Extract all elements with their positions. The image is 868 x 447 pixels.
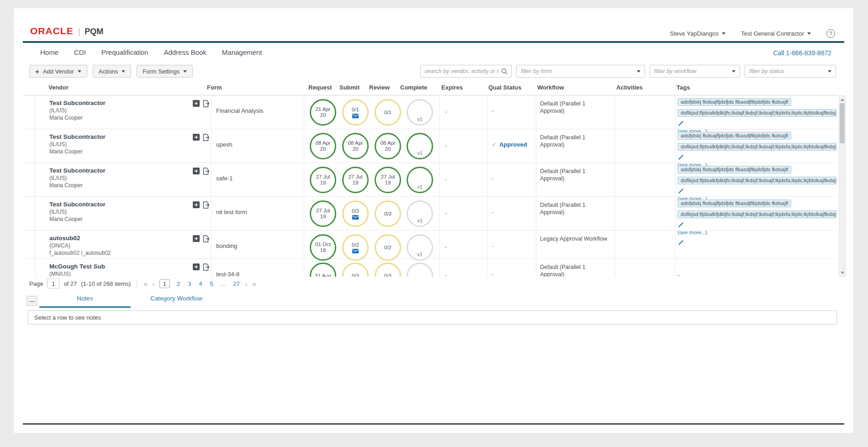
export-pdf-icon[interactable] <box>193 263 200 273</box>
open-document-icon[interactable] <box>203 134 210 143</box>
open-document-icon[interactable] <box>203 201 210 210</box>
tag-pill[interactable]: adsfjdskj fkdsajfljdsfjds flkasdjflkjdsf… <box>677 166 791 174</box>
table-row[interactable]: Test Subcontractor(IL/US)Maria Cooperupe… <box>23 129 838 163</box>
nav-item-management[interactable]: Management <box>222 48 262 56</box>
table-row[interactable]: Test Subcontractor(IL/US)Maria Coopernit… <box>23 197 838 231</box>
tab-notes[interactable]: Notes <box>39 295 131 308</box>
page-button-5[interactable]: 5 <box>209 280 214 287</box>
tag-pill[interactable]: adsfjdskj fkdsajfljdsfjds flkasdjflkjdsf… <box>677 200 791 207</box>
user-menu[interactable]: Steve YapDiangco <box>670 30 725 37</box>
tag-pill[interactable]: adsfjdskj fkdsajfljdsfjds flkasdjflkjdsf… <box>677 132 791 140</box>
complete-status-circle[interactable]: v1 <box>407 200 433 227</box>
edit-tags-icon[interactable] <box>678 240 836 246</box>
export-pdf-icon[interactable] <box>193 134 200 143</box>
page-button-1[interactable]: 1 <box>159 279 170 288</box>
collapse-notes-button[interactable]: — <box>26 296 37 306</box>
tag-pill[interactable]: dsflkjsd;fljdsalkfjdkljfs;lkdajf;lkdsjf;… <box>677 143 836 151</box>
page-button-27[interactable]: 27 <box>232 280 240 287</box>
request-status-circle[interactable]: 08 Apr20 <box>310 133 336 159</box>
table-row[interactable]: autosub02(ON/CA)f_autosub02 l_autosub02b… <box>23 231 838 259</box>
table-row[interactable]: Test Subcontractor(IL/US)Maria CooperFin… <box>23 95 838 129</box>
complete-status-circle[interactable]: v1 <box>407 133 433 159</box>
export-pdf-icon[interactable] <box>193 100 200 109</box>
table-row[interactable]: McGough Test Sub(MN/US)test-34-831 Aug0/… <box>23 259 838 277</box>
complete-status-circle[interactable]: v1 <box>407 99 433 126</box>
qual-approved-link[interactable]: Approved <box>499 141 527 148</box>
tag-pill[interactable]: adsfjdskj fkdsajfljdsfjds flkasdjflkjdsf… <box>677 98 791 106</box>
request-status-circle[interactable]: 27 Jul19 <box>310 167 336 193</box>
page-number-input[interactable] <box>47 279 59 289</box>
column-header-request[interactable]: Request <box>308 84 332 91</box>
tag-pill[interactable]: dsflkjsd;fljdsalkfjdkljfs;lkdajf;lkdsjf;… <box>677 210 836 218</box>
tag-pill[interactable]: dsflkjsd;fljdsalkfjdkljfs;lkdajf;lkdsjf;… <box>677 109 836 117</box>
request-status-circle[interactable]: 27 Jul19 <box>310 200 336 227</box>
org-menu[interactable]: Test General Contractor <box>741 30 811 37</box>
form-settings-button[interactable]: Form Settings <box>137 65 193 78</box>
actions-button[interactable]: Actions <box>93 65 132 78</box>
column-header-workflow[interactable]: Workflow <box>537 84 564 91</box>
vendor-name-link[interactable]: Test Subcontractor <box>49 100 106 106</box>
open-document-icon[interactable] <box>203 263 210 273</box>
request-status-circle[interactable]: 21 Apr20 <box>310 99 336 126</box>
export-pdf-icon[interactable] <box>193 201 200 210</box>
column-header-vendor[interactable]: Vendor <box>48 84 69 91</box>
prev-page-button[interactable]: ‹ <box>152 280 155 288</box>
submit-status-circle[interactable]: 0/1 <box>342 99 369 126</box>
vendor-name-link[interactable]: autosub02 <box>49 235 111 242</box>
call-phone-link[interactable]: Call 1-866-839-8872 <box>773 49 831 57</box>
submit-status-circle[interactable]: 08 Apr20 <box>342 133 369 159</box>
column-header-expires[interactable]: Expires <box>441 84 463 91</box>
tag-pill[interactable]: dsflkjsd;fljdsalkfjdkljfs;lkdajf;lkdsjf;… <box>677 177 836 184</box>
review-status-circle[interactable]: 0/3 <box>375 200 401 227</box>
edit-tags-icon[interactable] <box>678 222 836 228</box>
submit-status-circle[interactable]: 0/2 <box>342 234 369 261</box>
help-icon[interactable]: ? <box>826 29 835 38</box>
review-status-circle[interactable]: 0/3 <box>375 263 401 277</box>
scroll-up-arrow[interactable] <box>839 96 845 103</box>
vendor-name-link[interactable]: McGough Test Sub <box>49 263 105 270</box>
column-header-submit[interactable]: Submit <box>339 84 360 91</box>
column-header-form[interactable]: Form <box>207 84 222 91</box>
request-status-circle[interactable]: 01 Oct18 <box>310 234 336 261</box>
review-status-circle[interactable]: 27 Jul19 <box>375 167 401 193</box>
page-button-4[interactable]: 4 <box>198 280 203 287</box>
filter-by-status-select[interactable]: filter by status <box>745 65 836 78</box>
next-page-button[interactable]: › <box>244 280 248 288</box>
tab-category-workflow[interactable]: Category Workflow <box>131 295 222 308</box>
vendor-name-link[interactable]: Test Subcontractor <box>49 167 106 174</box>
export-pdf-icon[interactable] <box>193 168 200 177</box>
open-document-icon[interactable] <box>203 168 210 177</box>
last-page-button[interactable]: » <box>252 280 256 288</box>
edit-tags-icon[interactable] <box>678 188 836 194</box>
complete-status-circle[interactable] <box>407 263 433 277</box>
submit-status-circle[interactable]: 27 Jul19 <box>342 167 369 193</box>
table-row[interactable]: Test Subcontractor(IL/US)Maria Coopersaf… <box>23 163 838 197</box>
review-status-circle[interactable]: 0/2 <box>375 234 401 261</box>
column-header-review[interactable]: Review <box>369 84 390 91</box>
edit-tags-icon[interactable] <box>678 154 836 160</box>
edit-tags-icon[interactable] <box>678 121 836 126</box>
open-document-icon[interactable] <box>203 235 210 244</box>
nav-item-cdi[interactable]: CDI <box>74 48 86 56</box>
request-status-circle[interactable]: 31 Aug <box>310 263 336 277</box>
column-header-qual-status[interactable]: Qual Status <box>488 84 521 91</box>
submit-status-circle[interactable]: 0/3 <box>342 263 369 277</box>
search-icon[interactable] <box>501 68 508 74</box>
complete-status-circle[interactable]: v1 <box>407 234 433 261</box>
scrollbar-thumb[interactable] <box>840 103 845 143</box>
page-button-3[interactable]: 3 <box>187 280 192 287</box>
submit-status-circle[interactable]: 0/3 <box>342 200 369 227</box>
nav-item-address-book[interactable]: Address Book <box>164 48 206 56</box>
search-input[interactable] <box>424 68 498 74</box>
complete-status-circle[interactable]: v1 <box>407 167 433 193</box>
column-header-complete[interactable]: Complete <box>400 84 427 91</box>
filter-by-workflow-select[interactable]: filter by workflow <box>650 65 740 78</box>
review-status-circle[interactable]: 0/1 <box>375 99 401 126</box>
open-document-icon[interactable] <box>203 100 210 109</box>
column-header-activities[interactable]: Activities <box>616 84 643 91</box>
nav-item-prequalification[interactable]: Prequalification <box>101 48 148 56</box>
vendor-name-link[interactable]: Test Subcontractor <box>49 133 106 140</box>
review-status-circle[interactable]: 08 Apr20 <box>375 133 401 159</box>
scroll-down-arrow[interactable] <box>839 269 845 276</box>
vendor-name-link[interactable]: Test Subcontractor <box>49 201 106 208</box>
